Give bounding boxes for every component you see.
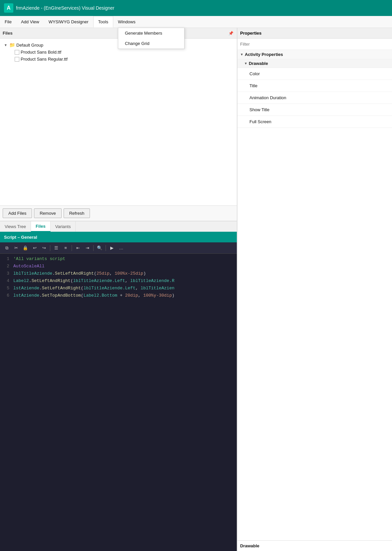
drawable-subsection-header[interactable]: ▼ Drawable	[237, 59, 392, 68]
tree-group-arrow: ▼	[4, 43, 8, 47]
script-toolbar: ⧉ ✂ 🔒 ↩ ↪ ☰ ≡ ⇤ ⇥ 🔍 ▶ …	[0, 242, 237, 254]
bottom-label: Drawable	[237, 540, 392, 551]
color-label: Color	[249, 71, 260, 76]
line-code-1: 'All variants script	[13, 256, 237, 261]
properties-filter[interactable]	[237, 39, 392, 50]
code-token: AutoScaleAll	[13, 264, 45, 269]
redo-icon[interactable]: ↪	[40, 244, 48, 252]
undo-icon[interactable]: ↩	[31, 244, 39, 252]
script-line-6: 6 lstAziende.SetTopAndBottom(Label2.Bott…	[0, 293, 237, 300]
files-panel-icons: 📌	[227, 30, 234, 37]
script-content: 1 'All variants script 2 AutoScaleAll 3	[0, 254, 237, 551]
files-panel: Files 📌 ▼ 📁 Default Group Product Sans B…	[0, 28, 237, 221]
files-panel-title: Files	[3, 31, 13, 36]
group-name: Default Group	[16, 43, 43, 48]
line-code-2: AutoScaleAll	[13, 264, 237, 269]
window-title: frmAziende - (EnGIneServices) Visual Des…	[16, 5, 114, 11]
copy-icon[interactable]: ⧉	[3, 244, 11, 252]
align-left-icon[interactable]: ⇤	[74, 244, 82, 252]
search-icon[interactable]: 🔍	[96, 244, 104, 252]
file-item-0[interactable]: Product Sans Bold.ttf	[3, 49, 234, 56]
animation-duration-label: Animation Duration	[249, 95, 286, 100]
files-buttons: Add Files Remove Refresh	[0, 205, 237, 221]
folder-icon: 📁	[9, 42, 15, 48]
right-panel: Properties ▼ Activity Properties ▼ Drawa…	[237, 28, 392, 551]
tab-views-tree[interactable]: Views Tree	[0, 221, 31, 232]
line-code-6: lstAziende.SetTopAndBottom(Label2.Bottom…	[13, 293, 237, 298]
line-code-4: Label2.SetLeftAndRight(lblTitleAziende.L…	[13, 278, 237, 283]
outdent-icon[interactable]: ≡	[62, 244, 70, 252]
title-bar: A frmAziende - (EnGIneServices) Visual D…	[0, 0, 392, 16]
menu-add-view[interactable]: Add View	[16, 16, 44, 28]
show-title-property[interactable]: Show Title	[237, 104, 392, 116]
full-screen-label: Full Screen	[249, 119, 271, 124]
code-token: 'All variants script	[13, 256, 65, 261]
lock-icon[interactable]: 🔒	[21, 244, 29, 252]
line-num-5: 5	[0, 286, 13, 291]
file-tree: ▼ 📁 Default Group Product Sans Bold.ttf …	[0, 39, 237, 205]
menu-tools[interactable]: Tools	[93, 16, 113, 28]
menu-change-grid[interactable]: Change Grid	[118, 38, 184, 49]
animation-duration-property[interactable]: Animation Duration	[237, 92, 392, 104]
file-name-0: Product Sans Bold.ttf	[21, 50, 61, 55]
script-line-4: 4 Label2.SetLeftAndRight(lblTitleAziende…	[0, 278, 237, 286]
activity-properties-label: Activity Properties	[245, 52, 283, 57]
line-code-5: lstAziende.SetLeftAndRight(lblTitleAzien…	[13, 286, 237, 291]
panel-pin-icon[interactable]: 📌	[227, 30, 234, 37]
separator-3	[93, 245, 94, 251]
script-line-2: 2 AutoScaleAll	[0, 264, 237, 271]
drawable-label: Drawable	[249, 61, 268, 66]
app-icon: A	[4, 3, 13, 13]
file-item-1[interactable]: Product Sans Regular.ttf	[3, 56, 234, 63]
menu-windows[interactable]: Windows	[113, 16, 140, 28]
section-arrow: ▼	[240, 53, 243, 56]
file-checkbox-1[interactable]	[15, 57, 19, 62]
show-title-label: Show Title	[249, 107, 269, 112]
full-screen-property[interactable]: Full Screen	[237, 116, 392, 128]
remove-button[interactable]: Remove	[34, 208, 61, 218]
menu-bar: File Add View WYSIWYG Designer Tools Win…	[0, 16, 392, 28]
menu-generate-members[interactable]: Generate Members	[118, 28, 184, 38]
line-num-3: 3	[0, 271, 13, 276]
refresh-button[interactable]: Refresh	[64, 208, 90, 218]
line-code-3: lblTitleAziende.SetLeftAndRight(25dip, 1…	[13, 271, 237, 276]
script-line-5: 5 lstAziende.SetLeftAndRight(lblTitleAzi…	[0, 286, 237, 293]
separator-2	[72, 245, 72, 251]
separator-4	[106, 245, 106, 251]
cut-icon[interactable]: ✂	[12, 244, 20, 252]
script-line-1: 1 'All variants script	[0, 256, 237, 264]
align-right-icon[interactable]: ⇥	[83, 244, 91, 252]
drawable-arrow: ▼	[244, 62, 247, 65]
activity-properties-header[interactable]: ▼ Activity Properties	[237, 50, 392, 59]
more-icon[interactable]: …	[117, 244, 125, 252]
tab-bar: Views Tree Files Variants	[0, 221, 237, 232]
files-panel-title-group: Files	[3, 31, 13, 36]
line-num-6: 6	[0, 293, 13, 298]
tab-files[interactable]: Files	[31, 221, 51, 232]
separator-1	[50, 245, 50, 251]
line-num-1: 1	[0, 256, 13, 261]
title-property[interactable]: Title	[237, 80, 392, 92]
script-header: Script – General	[0, 232, 237, 242]
main-layout: Files 📌 ▼ 📁 Default Group Product Sans B…	[0, 28, 392, 551]
run-icon[interactable]: ▶	[108, 244, 116, 252]
line-num-2: 2	[0, 264, 13, 269]
properties-header: Properties	[237, 28, 392, 39]
activity-properties-section: ▼ Activity Properties ▼ Drawable Color T…	[237, 50, 392, 128]
file-name-1: Product Sans Regular.ttf	[21, 57, 68, 62]
script-panel: Script – General ⧉ ✂ 🔒 ↩ ↪ ☰ ≡ ⇤ ⇥ 🔍 ▶ …	[0, 232, 237, 551]
tools-dropdown: Generate Members Change Grid	[118, 28, 185, 49]
tab-variants[interactable]: Variants	[51, 221, 76, 232]
color-property[interactable]: Color	[237, 68, 392, 80]
script-line-3: 3 lblTitleAziende.SetLeftAndRight(25dip,…	[0, 271, 237, 278]
file-checkbox-0[interactable]	[15, 50, 19, 55]
indent-icon[interactable]: ☰	[52, 244, 60, 252]
title-label: Title	[249, 83, 257, 88]
menu-wysiwyg[interactable]: WYSIWYG Designer	[44, 16, 93, 28]
line-num-4: 4	[0, 278, 13, 283]
add-files-button[interactable]: Add Files	[3, 208, 32, 218]
left-panel: Files 📌 ▼ 📁 Default Group Product Sans B…	[0, 28, 237, 551]
menu-file[interactable]: File	[0, 16, 16, 28]
